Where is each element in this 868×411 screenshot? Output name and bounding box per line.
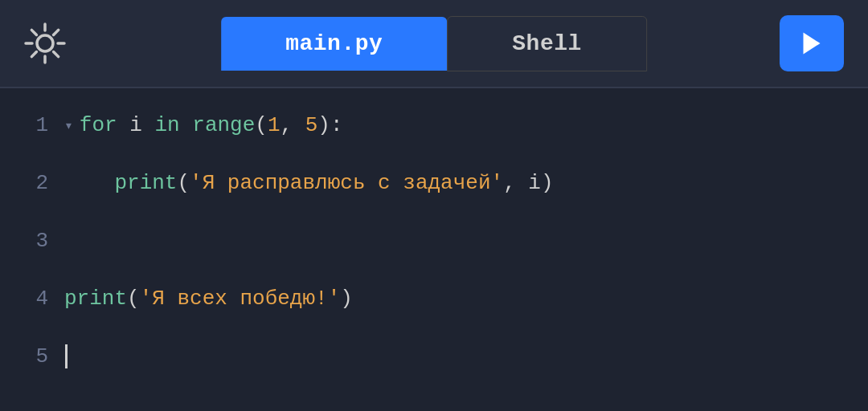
code-line-3: 3	[0, 212, 868, 270]
code-content-4: print('Я всех победю!')	[64, 287, 353, 311]
header-left	[24, 22, 66, 64]
svg-line-5	[31, 30, 36, 35]
header: main.py Shell	[0, 0, 868, 88]
line-number-5: 5	[16, 344, 48, 368]
code-line-5: 5	[0, 328, 868, 385]
line-number-3: 3	[16, 229, 48, 253]
code-line-4: 4 print('Я всех победю!')	[0, 270, 868, 328]
run-button[interactable]	[780, 15, 844, 71]
line-arrow-1: ▾	[64, 116, 73, 134]
line-number-1: 1	[16, 113, 48, 137]
code-content-1: for i in range(1, 5):	[80, 113, 343, 137]
svg-point-0	[37, 35, 53, 51]
svg-line-6	[54, 52, 59, 57]
svg-line-7	[54, 30, 59, 35]
code-area: 1 ▾ for i in range(1, 5): 2 print('Я рас…	[0, 88, 868, 411]
code-content-2: print('Я расправлюсь с задачей', i)	[64, 171, 554, 195]
code-content-5	[64, 344, 68, 368]
svg-marker-9	[804, 33, 821, 55]
svg-line-8	[31, 52, 36, 57]
line-number-4: 4	[16, 287, 48, 311]
code-line-2: 2 print('Я расправлюсь с задачей', i)	[0, 154, 868, 212]
sun-icon[interactable]	[24, 22, 66, 64]
code-line-1: 1 ▾ for i in range(1, 5):	[0, 96, 868, 154]
tabs: main.py Shell	[221, 16, 647, 71]
text-cursor	[65, 344, 68, 368]
line-number-2: 2	[16, 171, 48, 195]
play-icon	[797, 29, 826, 58]
tab-shell[interactable]: Shell	[447, 16, 647, 71]
tab-main-py[interactable]: main.py	[221, 17, 447, 71]
